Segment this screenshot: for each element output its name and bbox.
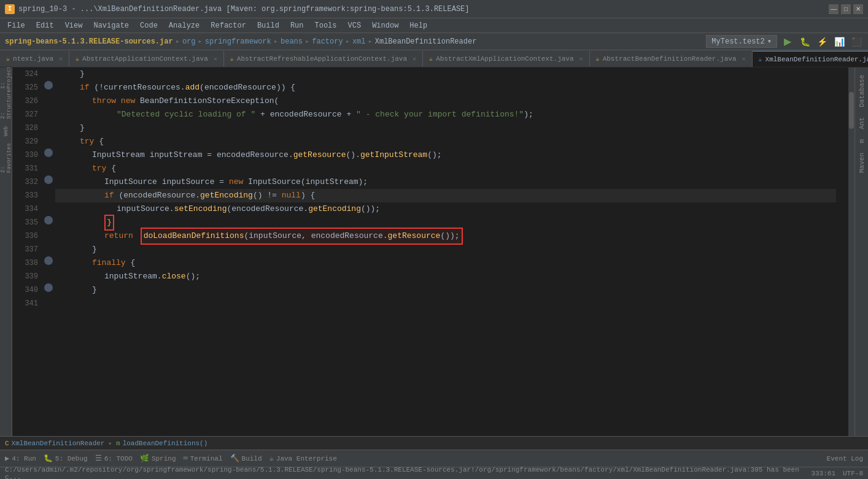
java-enterprise-icon: ☕ xyxy=(269,454,274,463)
sidebar-icon-web[interactable]: Web xyxy=(1,126,11,136)
tab-label-axac: AbstractXmlApplicationContext.java xyxy=(436,55,573,63)
structure-class[interactable]: C XmlBeanDefinitionReader xyxy=(5,440,104,447)
menu-refactor[interactable]: Refactor xyxy=(206,20,251,31)
toolbar-debug[interactable]: 🐛 5: Debug xyxy=(44,454,88,463)
run-icon: ▶ xyxy=(5,454,9,463)
terminal-icon: ⌨ xyxy=(183,454,187,463)
code-line-336: return doLoadBeanDefinitions(inputSource… xyxy=(55,229,836,243)
gutter-marker-341 xyxy=(44,283,53,292)
run-button[interactable]: ▶ xyxy=(781,35,794,48)
tab-abstractappcontext[interactable]: ☕ AbstractApplicationContext.java ✕ xyxy=(69,51,224,67)
code-line-328: } xyxy=(55,121,836,135)
tab-icon-axac: ☕ xyxy=(429,55,433,63)
toolbar-run-label: 4: Run xyxy=(12,455,36,462)
title-bar-text: spring_10-3 - ...\XmlBeanDefinitionReade… xyxy=(18,5,470,13)
code-line-326: throw new BeanDefinitionStoreException( xyxy=(55,94,836,108)
tab-ntext[interactable]: ☕ ntext.java ✕ xyxy=(0,51,69,67)
line-numbers: 324 325 326 327 328 329 330 331 332 333 … xyxy=(12,67,43,436)
gutter-marker-333 xyxy=(44,175,53,184)
tab-close-aac[interactable]: ✕ xyxy=(214,55,217,63)
maximize-button[interactable]: □ xyxy=(841,4,851,14)
menu-file[interactable]: File xyxy=(2,20,30,31)
coverage-button[interactable]: ⚡ xyxy=(815,35,829,48)
toolbar-todo-label: 6: TODO xyxy=(104,455,133,462)
right-tab-ant[interactable]: Ant xyxy=(856,112,868,134)
menu-build[interactable]: Build xyxy=(252,20,284,31)
sidebar-icon-favorites[interactable]: 2: Favorites xyxy=(1,153,11,163)
right-tab-m[interactable]: m xyxy=(856,134,868,148)
menu-help[interactable]: Help xyxy=(405,20,432,31)
tab-abstractrefreshable[interactable]: ☕ AbstractRefreshableApplicationContext.… xyxy=(224,51,423,67)
breadcrumb-springframework[interactable]: springframework xyxy=(205,37,271,46)
build-icon: 🔨 xyxy=(230,454,239,463)
sidebar-icon-1[interactable]: 1: Project xyxy=(1,72,11,82)
app-icon: I xyxy=(5,4,15,14)
gutter-marker-336 xyxy=(44,216,53,224)
window-controls[interactable]: — □ ✕ xyxy=(829,4,863,14)
menu-code[interactable]: Code xyxy=(135,20,163,31)
right-tab-database[interactable]: Database xyxy=(856,70,868,112)
breadcrumb: spring-beans-5.1.3.RELEASE-sources.jar ▸… xyxy=(5,37,476,46)
menu-edit[interactable]: Edit xyxy=(31,20,59,31)
toolbar-todo[interactable]: ☰ 6: TODO xyxy=(95,454,133,463)
close-button[interactable]: ✕ xyxy=(853,4,863,14)
breadcrumb-xml[interactable]: xml xyxy=(352,37,366,46)
scrollbar-thumb[interactable] xyxy=(849,92,854,129)
run-config-chevron[interactable]: ▾ xyxy=(767,37,772,46)
code-line-333: if (encodedResource.getEncoding() != nul… xyxy=(55,189,836,202)
menu-run[interactable]: Run xyxy=(285,20,309,31)
editor[interactable]: 324 325 326 327 328 329 330 331 332 333 … xyxy=(12,67,854,436)
tab-close-axac[interactable]: ✕ xyxy=(579,55,583,63)
toolbar-terminal[interactable]: ⌨ Terminal xyxy=(183,454,222,463)
minimize-button[interactable]: — xyxy=(829,4,839,14)
structure-method-name: loadBeanDefinitions() xyxy=(123,440,208,447)
tab-close-ntext[interactable]: ✕ xyxy=(59,55,63,63)
tab-abstractbeandef[interactable]: ☕ AbstractBeanDefinitionReader.java ✕ xyxy=(590,51,753,67)
menu-tools[interactable]: Tools xyxy=(310,20,342,31)
toolbar-spring[interactable]: 🌿 Spring xyxy=(140,454,176,463)
menu-analyze[interactable]: Analyze xyxy=(164,20,204,31)
tab-bar: ☕ ntext.java ✕ ☕ AbstractApplicationCont… xyxy=(0,50,868,67)
breadcrumb-beans[interactable]: beans xyxy=(281,37,303,46)
structure-method[interactable]: m loadBeanDefinitions() xyxy=(116,440,207,447)
structure-class-icon: C xyxy=(5,440,9,447)
left-sidebar: 1: Project 2: Structure Web 2: Favorites xyxy=(0,67,12,436)
todo-icon: ☰ xyxy=(95,454,102,463)
code-line-338: finally { xyxy=(55,256,836,270)
code-line-327: "Detected cyclic loading of " + encodedR… xyxy=(55,108,836,121)
gutter-marker-331 xyxy=(44,148,53,157)
code-line-334: inputSource.setEncoding(encodedResource.… xyxy=(55,202,836,216)
menu-vcs[interactable]: VCS xyxy=(343,20,366,31)
code-content[interactable]: } if (!currentResources.add(encodedResou… xyxy=(55,67,848,436)
stop-button[interactable]: ⬛ xyxy=(850,35,863,48)
gutter-marker-339 xyxy=(44,256,53,265)
debug-button[interactable]: 🐛 xyxy=(798,35,812,48)
breadcrumb-jar[interactable]: spring-beans-5.1.3.RELEASE-sources.jar xyxy=(5,37,173,46)
toolbar-java-enterprise-label: Java Enterprise xyxy=(276,455,337,462)
menu-view[interactable]: View xyxy=(60,20,88,31)
sidebar-icon-structure[interactable]: 2: Structure xyxy=(1,99,11,109)
right-tab-maven[interactable]: Maven xyxy=(856,148,868,178)
code-line-331: try { xyxy=(55,162,836,175)
toolbar-java-enterprise[interactable]: ☕ Java Enterprise xyxy=(269,454,337,463)
tab-close-arac[interactable]: ✕ xyxy=(413,55,416,63)
tab-label-abdr: AbstractBeanDefinitionReader.java xyxy=(603,55,737,63)
gutter xyxy=(43,67,55,436)
tab-abstractxml[interactable]: ☕ AbstractXmlApplicationContext.java ✕ xyxy=(423,51,590,67)
toolbar-run[interactable]: ▶ 4: Run xyxy=(5,454,36,463)
breadcrumb-org[interactable]: org xyxy=(182,37,196,46)
tab-xmlbeandef[interactable]: ☕ XmlBeanDefinitionReader.java ✕ xyxy=(753,51,869,67)
breadcrumb-factory[interactable]: factory xyxy=(312,37,343,46)
status-path: C:/Users/admin/.m2/repository/org/spring… xyxy=(5,466,811,480)
toolbar-event-log[interactable]: Event Log xyxy=(827,455,863,462)
menu-window[interactable]: Window xyxy=(367,20,403,31)
toolbar-build[interactable]: 🔨 Build xyxy=(230,454,262,463)
breadcrumb-file[interactable]: XmlBeanDefinitionReader xyxy=(375,37,477,46)
run-config[interactable]: MyTest.test2 ▾ xyxy=(706,35,777,48)
tab-close-abdr[interactable]: ✕ xyxy=(742,55,745,63)
run-config-name: MyTest.test2 xyxy=(711,37,764,46)
status-bar: C:/Users/admin/.m2/repository/org/spring… xyxy=(0,467,868,479)
vertical-scrollbar[interactable] xyxy=(848,67,854,436)
profile-button[interactable]: 📊 xyxy=(832,35,846,48)
menu-navigate[interactable]: Navigate xyxy=(88,20,134,31)
